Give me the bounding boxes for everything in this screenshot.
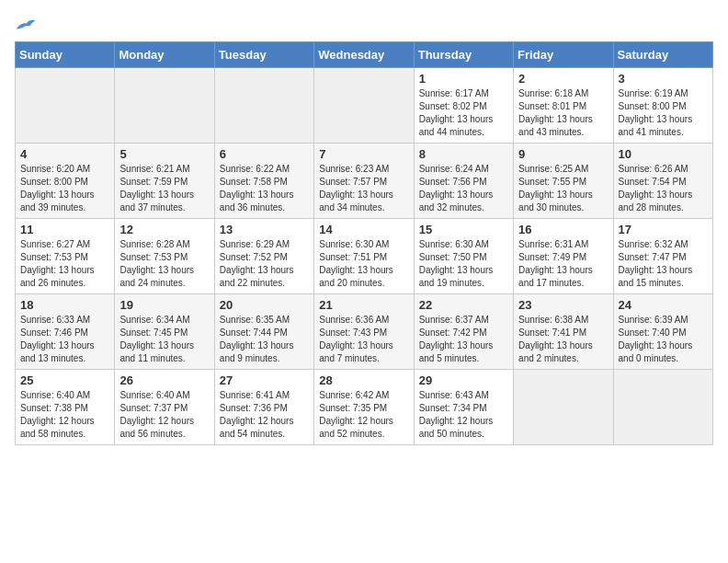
calendar-week-4: 18Sunrise: 6:33 AM Sunset: 7:46 PM Dayli… [16,294,713,370]
day-info: Sunrise: 6:34 AM Sunset: 7:45 PM Dayligh… [119,314,209,365]
day-info: Sunrise: 6:35 AM Sunset: 7:44 PM Dayligh… [220,314,309,365]
day-info: Sunrise: 6:24 AM Sunset: 7:56 PM Dayligh… [419,163,508,214]
day-number: 13 [220,223,309,236]
calendar-cell: 9Sunrise: 6:25 AM Sunset: 7:55 PM Daylig… [514,144,613,219]
calendar-week-2: 4Sunrise: 6:20 AM Sunset: 8:00 PM Daylig… [16,144,713,219]
day-info: Sunrise: 6:43 AM Sunset: 7:34 PM Dayligh… [419,389,508,441]
day-number: 6 [220,147,309,161]
day-info: Sunrise: 6:20 AM Sunset: 8:00 PM Dayligh… [20,163,109,214]
day-number: 8 [419,147,508,161]
calendar-cell: 29Sunrise: 6:43 AM Sunset: 7:34 PM Dayli… [414,370,513,445]
day-info: Sunrise: 6:40 AM Sunset: 7:38 PM Dayligh… [20,389,109,441]
calendar-week-5: 25Sunrise: 6:40 AM Sunset: 7:38 PM Dayli… [16,370,713,445]
calendar-cell: 26Sunrise: 6:40 AM Sunset: 7:37 PM Dayli… [115,370,214,445]
calendar-cell: 10Sunrise: 6:26 AM Sunset: 7:54 PM Dayli… [613,144,712,219]
day-info: Sunrise: 6:37 AM Sunset: 7:42 PM Dayligh… [419,314,508,365]
calendar-cell [613,370,712,445]
day-info: Sunrise: 6:29 AM Sunset: 7:52 PM Dayligh… [220,238,309,290]
calendar-cell: 18Sunrise: 6:33 AM Sunset: 7:46 PM Dayli… [16,294,115,370]
day-info: Sunrise: 6:39 AM Sunset: 7:40 PM Dayligh… [619,314,708,365]
calendar-cell: 11Sunrise: 6:27 AM Sunset: 7:53 PM Dayli… [16,219,115,294]
header-day-friday: Friday [514,42,613,68]
day-info: Sunrise: 6:22 AM Sunset: 7:58 PM Dayligh… [220,163,309,214]
calendar-cell: 17Sunrise: 6:32 AM Sunset: 7:47 PM Dayli… [613,219,712,294]
calendar-cell: 21Sunrise: 6:36 AM Sunset: 7:43 PM Dayli… [314,294,414,370]
day-number: 25 [20,373,109,387]
calendar-cell: 25Sunrise: 6:40 AM Sunset: 7:38 PM Dayli… [16,370,115,445]
day-info: Sunrise: 6:38 AM Sunset: 7:41 PM Dayligh… [518,314,608,365]
day-number: 17 [619,223,708,236]
day-info: Sunrise: 6:41 AM Sunset: 7:36 PM Dayligh… [220,389,309,441]
logo-bird-icon [15,16,37,34]
calendar-cell: 14Sunrise: 6:30 AM Sunset: 7:51 PM Dayli… [314,219,414,294]
day-info: Sunrise: 6:36 AM Sunset: 7:43 PM Dayligh… [319,314,408,365]
calendar-cell: 2Sunrise: 6:18 AM Sunset: 8:01 PM Daylig… [514,68,613,144]
calendar-body: 1Sunrise: 6:17 AM Sunset: 8:02 PM Daylig… [16,68,713,445]
day-info: Sunrise: 6:28 AM Sunset: 7:53 PM Dayligh… [119,238,209,290]
calendar-cell [314,68,414,144]
day-number: 26 [119,373,209,387]
calendar-table: SundayMondayTuesdayWednesdayThursdayFrid… [15,41,713,445]
calendar-header-row: SundayMondayTuesdayWednesdayThursdayFrid… [16,42,713,68]
calendar-cell: 13Sunrise: 6:29 AM Sunset: 7:52 PM Dayli… [214,219,313,294]
day-info: Sunrise: 6:40 AM Sunset: 7:37 PM Dayligh… [119,389,209,441]
day-number: 16 [518,223,608,236]
calendar-cell: 27Sunrise: 6:41 AM Sunset: 7:36 PM Dayli… [214,370,313,445]
day-info: Sunrise: 6:33 AM Sunset: 7:46 PM Dayligh… [20,314,109,365]
day-number: 18 [20,298,109,312]
logo [15,15,40,34]
day-info: Sunrise: 6:17 AM Sunset: 8:02 PM Dayligh… [419,87,508,139]
day-number: 29 [419,373,508,387]
day-number: 22 [419,298,508,312]
day-info: Sunrise: 6:23 AM Sunset: 7:57 PM Dayligh… [319,163,408,214]
calendar-cell [16,68,115,144]
day-info: Sunrise: 6:21 AM Sunset: 7:59 PM Dayligh… [119,163,209,214]
day-info: Sunrise: 6:42 AM Sunset: 7:35 PM Dayligh… [319,389,408,441]
calendar-cell: 19Sunrise: 6:34 AM Sunset: 7:45 PM Dayli… [115,294,214,370]
header-day-monday: Monday [115,42,214,68]
day-info: Sunrise: 6:26 AM Sunset: 7:54 PM Dayligh… [619,163,708,214]
day-number: 5 [119,147,209,161]
day-number: 21 [319,298,408,312]
calendar-cell: 3Sunrise: 6:19 AM Sunset: 8:00 PM Daylig… [613,68,712,144]
day-number: 15 [419,223,508,236]
day-info: Sunrise: 6:32 AM Sunset: 7:47 PM Dayligh… [619,238,708,290]
day-number: 14 [319,223,408,236]
day-info: Sunrise: 6:19 AM Sunset: 8:00 PM Dayligh… [619,87,708,139]
calendar-cell: 5Sunrise: 6:21 AM Sunset: 7:59 PM Daylig… [115,144,214,219]
day-number: 11 [20,223,109,236]
header-day-sunday: Sunday [16,42,115,68]
header [15,15,713,34]
calendar-week-3: 11Sunrise: 6:27 AM Sunset: 7:53 PM Dayli… [16,219,713,294]
header-day-tuesday: Tuesday [214,42,313,68]
calendar-cell: 6Sunrise: 6:22 AM Sunset: 7:58 PM Daylig… [214,144,313,219]
calendar-cell [214,68,313,144]
day-number: 9 [518,147,608,161]
calendar-cell: 7Sunrise: 6:23 AM Sunset: 7:57 PM Daylig… [314,144,414,219]
day-number: 10 [619,147,708,161]
day-number: 2 [518,72,608,86]
header-day-thursday: Thursday [414,42,513,68]
day-info: Sunrise: 6:25 AM Sunset: 7:55 PM Dayligh… [518,163,608,214]
day-number: 7 [319,147,408,161]
calendar-cell: 20Sunrise: 6:35 AM Sunset: 7:44 PM Dayli… [214,294,313,370]
calendar-cell: 1Sunrise: 6:17 AM Sunset: 8:02 PM Daylig… [414,68,513,144]
day-number: 1 [419,72,508,86]
calendar-cell [115,68,214,144]
calendar-cell: 24Sunrise: 6:39 AM Sunset: 7:40 PM Dayli… [613,294,712,370]
day-info: Sunrise: 6:27 AM Sunset: 7:53 PM Dayligh… [20,238,109,290]
calendar-cell [514,370,613,445]
day-info: Sunrise: 6:30 AM Sunset: 7:50 PM Dayligh… [419,238,508,290]
calendar-cell: 23Sunrise: 6:38 AM Sunset: 7:41 PM Dayli… [514,294,613,370]
header-day-wednesday: Wednesday [314,42,414,68]
day-number: 19 [119,298,209,312]
calendar-cell: 28Sunrise: 6:42 AM Sunset: 7:35 PM Dayli… [314,370,414,445]
calendar-cell: 15Sunrise: 6:30 AM Sunset: 7:50 PM Dayli… [414,219,513,294]
day-info: Sunrise: 6:31 AM Sunset: 7:49 PM Dayligh… [518,238,608,290]
header-day-saturday: Saturday [613,42,712,68]
calendar-cell: 16Sunrise: 6:31 AM Sunset: 7:49 PM Dayli… [514,219,613,294]
day-number: 24 [619,298,708,312]
day-number: 28 [319,373,408,387]
calendar-cell: 4Sunrise: 6:20 AM Sunset: 8:00 PM Daylig… [16,144,115,219]
calendar-cell: 12Sunrise: 6:28 AM Sunset: 7:53 PM Dayli… [115,219,214,294]
